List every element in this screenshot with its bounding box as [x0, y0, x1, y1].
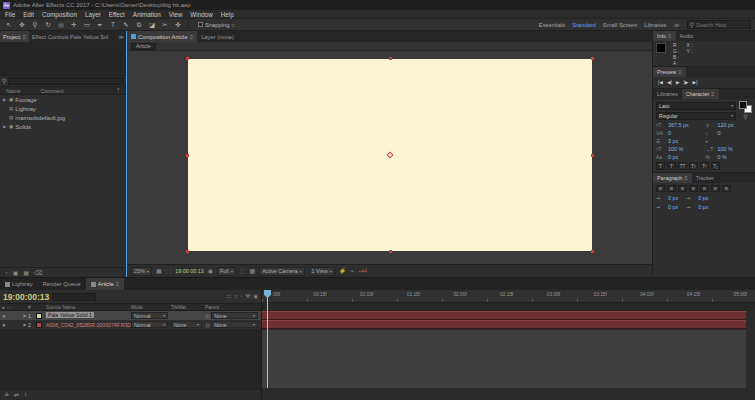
composition-viewport[interactable] — [127, 51, 652, 264]
justify-all-button[interactable]: ☰ — [722, 185, 731, 192]
type-tool-icon[interactable]: T — [108, 21, 118, 28]
tab-composition-article[interactable]: Composition Article ≡ — [127, 31, 197, 42]
mask-visibility-icon[interactable]: ⬚ — [166, 268, 172, 274]
exposure-icon[interactable]: ⌁ — [350, 268, 354, 274]
project-item-solids[interactable]: ▶ ▣ Solids — [0, 122, 126, 131]
panel-menu-icon[interactable]: ≡ — [22, 34, 26, 40]
composition-mini-flowchart-icon[interactable]: ⚏ — [226, 293, 231, 300]
edge-handle[interactable] — [186, 154, 189, 157]
menu-view[interactable]: View — [169, 11, 183, 18]
workspace-standard[interactable]: Standard — [572, 22, 596, 28]
tab-character[interactable]: Character ≡ — [682, 89, 719, 99]
menu-file[interactable]: File — [5, 11, 15, 18]
workspace-overflow-icon[interactable]: ≫ — [674, 22, 680, 28]
shape-tool-icon[interactable]: ▭ — [82, 21, 92, 29]
snapping-checkbox[interactable] — [198, 22, 203, 27]
layer-outline-empty[interactable] — [0, 329, 261, 389]
baseline-shift-field[interactable]: Aa 0 px — [656, 154, 703, 160]
font-family-dropdown[interactable]: Lato ▾ — [656, 102, 736, 110]
clone-stamp-tool-icon[interactable]: ⧉ — [134, 21, 144, 29]
tab-info[interactable]: Info ≡ — [653, 31, 676, 41]
current-time-display[interactable]: 19:00:00:13 — [3, 292, 49, 302]
brush-tool-icon[interactable]: ✎ — [121, 21, 131, 29]
time-ruler[interactable]: :00f 00:15f 01:00f 01:15f 02:00f 02:15f … — [262, 290, 755, 303]
indent-left-field[interactable]: ⇥ 0 px — [656, 195, 678, 201]
leading-field[interactable]: ⇕ 120 px — [706, 122, 753, 128]
layer-color-chip[interactable] — [36, 313, 42, 319]
selection-tool-icon[interactable]: ↖ — [4, 21, 14, 29]
parent-dropdown[interactable]: None ▾ — [211, 312, 258, 319]
transparency-grid-icon[interactable]: ▩ — [249, 268, 255, 274]
parent-pickwhip-icon[interactable]: ◎ — [205, 313, 210, 319]
corner-handle[interactable] — [591, 250, 594, 253]
next-frame-button[interactable]: |▶ — [684, 80, 689, 85]
workspace-small-screen[interactable]: Small Screen — [603, 22, 637, 28]
camera-tool-icon[interactable]: ◎ — [56, 21, 66, 29]
roto-brush-tool-icon[interactable]: ✂ — [160, 21, 170, 29]
stroke-style-dropdown[interactable]: ▾ — [706, 139, 753, 144]
magnification-dropdown[interactable]: 25% ▾ — [131, 267, 152, 276]
layer-row-2[interactable]: ● ▶ 2 A006_C042_0528SR.0000074F.R3D Norm… — [0, 320, 261, 329]
corner-handle[interactable] — [186, 250, 189, 253]
flowchart-icon[interactable]: ᛉ — [116, 88, 120, 94]
panel-menu-icon[interactable]: ≡ — [668, 33, 672, 39]
fill-stroke-swatches[interactable] — [739, 101, 752, 113]
eye-icon[interactable]: ● — [2, 322, 6, 328]
anchor-point-marker[interactable] — [386, 151, 393, 158]
tab-effect-controls[interactable]: Effect Controls Pale Yellow Sol — [29, 31, 111, 42]
region-of-interest-icon[interactable]: ⬚ — [240, 268, 246, 274]
tab-libraries[interactable]: Libraries — [653, 89, 682, 99]
menu-edit[interactable]: Edit — [23, 11, 34, 18]
project-search-input[interactable] — [8, 77, 124, 85]
rotation-tool-icon[interactable]: ↻ — [43, 21, 53, 29]
timeline-search-input[interactable] — [52, 293, 96, 301]
draft-3d-icon[interactable]: ⌗ — [234, 293, 237, 300]
new-folder-icon[interactable]: ▣ — [13, 270, 19, 276]
snapshot-icon[interactable]: ◉ — [208, 268, 213, 274]
column-comment[interactable]: Comment — [40, 88, 63, 94]
expand-layer-switches-icon[interactable]: ≙ — [4, 392, 9, 398]
view-layout-dropdown[interactable]: 1 View ▾ — [309, 267, 335, 276]
project-tabs-overflow-icon[interactable]: ≫ — [118, 34, 126, 40]
source-name-header[interactable]: Source Name — [46, 305, 131, 310]
workspace-essentials[interactable]: Essentials — [539, 22, 565, 28]
column-name[interactable]: Name — [6, 88, 20, 94]
space-after-field[interactable]: ⇥ 0 px — [686, 204, 708, 210]
parent-pickwhip-icon[interactable]: ◎ — [205, 322, 210, 328]
new-composition-icon[interactable]: ▦ — [23, 270, 29, 276]
edge-handle[interactable] — [389, 250, 392, 253]
project-columns-header[interactable]: Name Comment ᛉ — [0, 86, 126, 95]
font-size-field[interactable]: тT 367.5 px — [656, 122, 703, 128]
snapping-options-icon[interactable]: ⌗ — [232, 22, 235, 28]
trkmat-header[interactable]: TrkMat — [171, 305, 205, 310]
tsume-field[interactable]: % 0 % — [706, 154, 753, 160]
blend-mode-dropdown[interactable]: Normal ▾ — [131, 321, 168, 328]
trkmat-dropdown[interactable]: None ▾ — [171, 321, 202, 328]
search-help-box[interactable]: ⚲ — [687, 20, 751, 29]
resolution-dropdown[interactable]: Full ▾ — [217, 267, 236, 276]
first-frame-button[interactable]: |◀ — [658, 80, 663, 85]
play-button[interactable]: ▶ — [676, 80, 680, 85]
justify-last-left-button[interactable]: ☰ — [689, 185, 698, 192]
exposure-value[interactable]: +44 — [358, 268, 367, 274]
align-right-button[interactable]: ☰ — [678, 185, 687, 192]
snapping-toggle[interactable]: Snapping ⌗ — [198, 22, 235, 28]
expand-transfer-controls-icon[interactable]: ⇄ — [14, 392, 19, 398]
timeline-track-area[interactable]: :00f 00:15f 01:00f 01:15f 02:00f 02:15f … — [262, 290, 755, 400]
zoom-tool-icon[interactable]: ⚲ — [30, 21, 40, 29]
expand-in-out-icon[interactable]: ⌇ — [24, 392, 27, 398]
small-caps-toggle[interactable]: Tт — [689, 162, 698, 170]
indent-right-field[interactable]: ⇥ 0 px — [686, 195, 708, 201]
panel-menu-icon[interactable]: ≡ — [116, 281, 120, 287]
menu-effect[interactable]: Effect — [109, 11, 125, 18]
menu-help[interactable]: Help — [221, 11, 234, 18]
panel-menu-icon[interactable]: ≡ — [678, 69, 682, 75]
project-item-lightray[interactable]: ▤ Lightray — [0, 104, 126, 113]
panel-menu-icon[interactable]: ≡ — [684, 175, 688, 181]
eye-icon[interactable]: ● — [2, 313, 6, 319]
project-item-footage[interactable]: ▶ ▣ Footage — [0, 95, 126, 104]
layer-name[interactable]: Pale Yellow Solid 1 — [46, 312, 94, 318]
eraser-tool-icon[interactable]: ◪ — [147, 21, 157, 29]
trash-icon[interactable]: ⌫ — [34, 270, 42, 276]
subscript-toggle[interactable]: T₁ — [711, 162, 720, 170]
